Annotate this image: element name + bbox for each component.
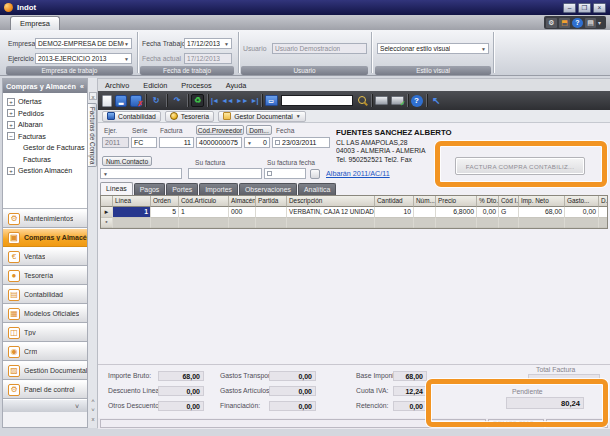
lookup-mini-button[interactable] — [310, 169, 320, 179]
collapse-sidebar-icon[interactable]: « — [80, 83, 84, 90]
su-factura-fecha-field[interactable] — [264, 168, 306, 179]
empresa-select[interactable]: DEMO2-EMPRESA DE DEMOSTRACI...▼ — [35, 38, 132, 49]
col-header-almacen[interactable]: Almacén — [229, 196, 256, 207]
serie-field[interactable]: FC — [131, 137, 157, 148]
new-row-cell[interactable] — [179, 218, 229, 228]
preview-icon[interactable]: ▭ — [265, 95, 278, 106]
cell-cantidad[interactable]: 10 — [375, 207, 414, 218]
sidebar-item-crm[interactable]: ◉Crm — [3, 342, 87, 361]
cell-gasto[interactable]: 0,00 — [565, 207, 599, 218]
new-row-marker[interactable]: * — [101, 218, 113, 228]
menu-procesos[interactable]: Procesos — [174, 81, 218, 90]
tree-item-facturas-child[interactable]: Facturas — [3, 154, 87, 166]
exit-arrow-icon[interactable]: ↖ — [430, 94, 444, 107]
close-button[interactable]: × — [593, 3, 606, 13]
cell-cod-articulo[interactable]: 1 — [179, 207, 229, 218]
cell-descripcion[interactable]: VERBATIN, CAJA 12 UNIDADES — [287, 207, 375, 218]
col-header-orden[interactable]: Orden — [151, 196, 179, 207]
minimize-button[interactable]: – — [563, 3, 576, 13]
col-header-cod-articulo[interactable]: Cód.Artículo — [179, 196, 229, 207]
chevron-down-icon[interactable]: ▾ — [598, 19, 601, 26]
col-header-d[interactable]: D... — [599, 196, 608, 207]
new-row-cell[interactable] — [436, 218, 477, 228]
expand-icon[interactable]: + — [7, 109, 15, 117]
new-row-cell[interactable] — [414, 218, 436, 228]
sidebar-item-gestion-documental[interactable]: ▨Gestión Documental — [3, 361, 87, 380]
sidebar-item-mantenimientos[interactable]: ⚙Mantenimientos — [3, 209, 87, 228]
menu-archivo[interactable]: Archivo — [98, 81, 136, 90]
expand-icon[interactable]: + — [7, 167, 15, 175]
albaran-link[interactable]: Albarán 2011/AC/11 — [326, 169, 390, 178]
new-row-cell[interactable] — [229, 218, 256, 228]
print-ok-icon[interactable] — [391, 96, 404, 105]
new-row-cell[interactable] — [287, 218, 375, 228]
refresh-icon[interactable]: ↻ — [149, 94, 163, 107]
col-header-precio[interactable]: Precio — [436, 196, 477, 207]
estilo-visual-select[interactable]: Seleccionar estilo visual▼ — [377, 43, 489, 54]
col-header-cantidad[interactable]: Cantidad — [375, 196, 414, 207]
save-icon[interactable]: ▂ — [115, 95, 127, 107]
cell-linea[interactable]: 1 — [113, 207, 151, 218]
tesoreria-button[interactable]: Tesorería — [165, 111, 214, 122]
col-header-linea[interactable]: Línea — [113, 196, 151, 207]
new-row-cell[interactable] — [499, 218, 519, 228]
factura-compra-contabilizar-button[interactable]: FACTURA COMPRA CONTABILIZ... — [455, 157, 585, 175]
tab-analitica[interactable]: Analítica — [298, 183, 336, 195]
tree-item-ofertas[interactable]: +Ofertas — [3, 96, 87, 108]
tree-item-pedidos[interactable]: +Pedidos — [3, 108, 87, 120]
scroll-up-icon[interactable]: ˄ — [89, 398, 97, 404]
sidebar-item-modelos-oficiales[interactable]: ▦Modelos Oficiales — [3, 304, 87, 323]
cod-proveedor-button[interactable]: Cód.Proveedor — [196, 125, 244, 135]
new-row-cell[interactable] — [375, 218, 414, 228]
settings-gear-icon[interactable]: ⚙ — [546, 18, 557, 28]
proveedor-code-field[interactable]: 4000000075 — [196, 137, 242, 148]
num-contacto-button[interactable]: Num.Contacto — [102, 156, 152, 166]
col-header-dto[interactable]: % Dto. — [477, 196, 499, 207]
cell-num[interactable] — [414, 207, 436, 218]
print-icon[interactable] — [375, 96, 388, 105]
col-header-descripcion[interactable]: Descripción — [287, 196, 375, 207]
tree-item-facturas[interactable]: −Facturas — [3, 131, 87, 143]
tab-empresa[interactable]: Empresa — [10, 16, 60, 30]
menu-ayuda[interactable]: Ayuda — [219, 81, 254, 90]
close-strip-icon[interactable]: x — [89, 416, 97, 422]
new-row-cell[interactable] — [599, 218, 608, 228]
sidebar-item-ventas[interactable]: €Ventas — [3, 247, 87, 266]
sidebar-item-contabilidad[interactable]: ▤Contabilidad — [3, 285, 87, 304]
expand-icon[interactable]: + — [7, 98, 15, 106]
tree-item-gestor-de-facturas[interactable]: Gestor de Facturas — [3, 142, 87, 154]
tree-item-gestion-almacen[interactable]: +Gestión Almacén — [3, 165, 87, 177]
search-icon[interactable] — [356, 95, 368, 107]
redo-icon[interactable]: ↷ — [170, 94, 184, 107]
cell-orden[interactable]: 5 — [151, 207, 179, 218]
su-factura-field[interactable] — [188, 168, 262, 179]
sidebar-item-compras-y-almacen[interactable]: ▣Compras y Almacén — [3, 228, 87, 247]
new-row-cell[interactable] — [519, 218, 565, 228]
cell-precio[interactable]: 6,8000 — [436, 207, 477, 218]
col-header-gasto[interactable]: Gasto... — [565, 196, 599, 207]
tab-pagos[interactable]: Pagos — [134, 183, 166, 195]
restore-button[interactable]: ❐ — [578, 3, 591, 13]
new-row-cell[interactable] — [151, 218, 179, 228]
col-header-cod-i[interactable]: Cód I... — [499, 196, 519, 207]
dom-button[interactable]: Dom... — [246, 125, 272, 135]
tree-item-albaran[interactable]: +Albaran — [3, 119, 87, 131]
tab-observaciones[interactable]: Observaciones — [239, 183, 297, 195]
ejercicio-select[interactable]: 2013-EJERCICIO 2013▼ — [35, 53, 132, 64]
col-header-num[interactable]: Núm... — [414, 196, 436, 207]
cell-almacen[interactable]: 000 — [229, 207, 256, 218]
fecha-trabajo-select[interactable]: 17/12/2013▼ — [184, 38, 232, 49]
fecha-field[interactable]: 23/03/2011 — [272, 137, 330, 148]
next-record-icon[interactable]: ►► — [236, 97, 248, 104]
search-input[interactable] — [281, 95, 353, 106]
row-selector-icon[interactable]: ► — [101, 207, 113, 218]
new-row-cell[interactable] — [256, 218, 287, 228]
domicilio-combo[interactable]: ▼0 — [244, 137, 270, 148]
first-record-icon[interactable]: |◄ — [211, 97, 218, 104]
col-header-partida[interactable]: Partida — [256, 196, 287, 207]
collapse-icon[interactable]: − — [7, 132, 15, 140]
tab-portes[interactable]: Portes — [166, 183, 198, 195]
sidebar-item-panel-de-control[interactable]: ⚙Panel de control — [3, 380, 87, 399]
tab-importes[interactable]: Importes — [199, 183, 238, 195]
cell-cod-i[interactable]: G — [499, 207, 519, 218]
